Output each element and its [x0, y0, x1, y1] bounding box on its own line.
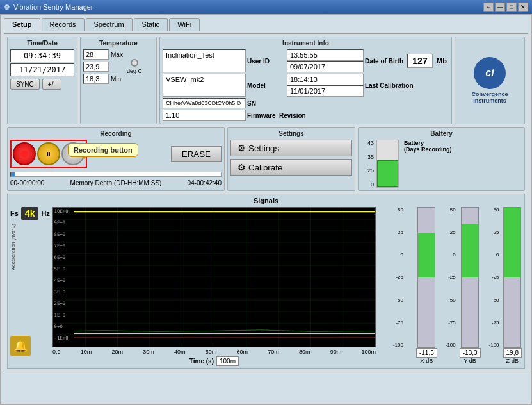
calibrate-icon: ⚙ [238, 162, 246, 172]
instrument-name: Inclination_Test [163, 49, 246, 72]
tab-wifi[interactable]: WiFi [169, 18, 200, 31]
close-button[interactable]: ✕ [518, 3, 528, 12]
settings-panel: Settings ⚙ Settings ⚙ Calibrate [227, 127, 355, 191]
x-axis-label: Time (s) [189, 358, 214, 365]
user-id-time: 13:55:55 [287, 49, 364, 61]
svg-text:10E+0: 10E+0 [54, 208, 68, 214]
app-icon: ⚙ [4, 3, 10, 12]
signal-icon: 🔔 [10, 336, 31, 356]
middle-row: Recording Recording button ⏸ [7, 127, 525, 191]
recording-title: Recording [10, 130, 222, 137]
recording-tooltip: Recording button [68, 143, 138, 157]
instrument-title: Instrument Info [163, 40, 449, 47]
time-date-title: Time/Date [10, 40, 74, 47]
temp-indicator [131, 59, 138, 67]
recording-panel: Recording Recording button ⏸ [7, 127, 225, 191]
svg-text:3E+0: 3E+0 [54, 289, 65, 295]
calibrate-button[interactable]: ⚙ Calibrate [230, 159, 352, 176]
tab-bar: Setup Records Spectrum Static WiFi [4, 18, 528, 31]
fs-value: 4k [21, 207, 39, 220]
sn-value: CHherVWa8d03CDtCY0h5ID [163, 98, 246, 108]
settings-title: Settings [230, 130, 352, 137]
battery-legend: Battery(Days Recording) [404, 140, 452, 153]
temperature-panel: Temperature Max Min [80, 37, 157, 124]
pause-button[interactable]: ⏸ [37, 142, 60, 165]
tab-setup[interactable]: Setup [4, 18, 40, 31]
progress-bar-container [10, 172, 222, 177]
time-display: 09:34:39 [10, 49, 74, 62]
last-cal-label: Last Calibration [365, 82, 414, 89]
setup-content: Time/Date 09:34:39 11/21/2017 SYNC +/- T… [4, 33, 528, 372]
user-id-label: User ID [247, 49, 286, 72]
title-bar: ⚙ Vibration Sentry Manager ← — □ ✕ [0, 0, 532, 14]
main-window: Setup Records Spectrum Static WiFi Time/… [0, 14, 532, 405]
svg-text:9E+0: 9E+0 [54, 220, 65, 226]
y-bar-chart: -13,3 Y-dB [460, 207, 481, 366]
signals-title: Signals [10, 197, 522, 204]
settings-button[interactable]: ⚙ Settings [230, 140, 352, 156]
maximize-button[interactable]: □ [506, 3, 517, 12]
logo-circle: ci [474, 57, 506, 89]
z-bar-chart: 19,8 Z-dB [503, 207, 522, 366]
z-db-label: Z-dB [506, 358, 519, 364]
svg-text:5E+0: 5E+0 [54, 266, 65, 272]
z-bar-fill [504, 207, 520, 277]
signals-panel: Signals Fs 4k Hz Acceleration (m/s^2) 🔔 [7, 194, 525, 369]
model-date: 11/01/2017 [287, 85, 364, 97]
y-bar-fill [462, 224, 478, 277]
gear-icon: ⚙ [238, 143, 246, 153]
sync-button[interactable]: SYNC [10, 79, 40, 90]
chart-left: Fs 4k Hz Acceleration (m/s^2) 🔔 [10, 207, 50, 366]
memory-label: Memory Depth (DD-HH:MM:SS) [70, 179, 162, 186]
logo-text: ConvergenceInstruments [471, 91, 508, 104]
memory-start: 00-00:00:00 [10, 179, 44, 186]
x-db-value: -11,5 [416, 348, 437, 358]
fs-row: Fs 4k Hz [10, 207, 50, 220]
svg-text:0+0: 0+0 [54, 324, 62, 329]
z-bar-container: 50250-25-50-75-100 [483, 207, 501, 366]
main-chart: 10E+0 9E+0 8E+0 7E+0 6E+0 5E+0 4E+0 3E+0… [52, 207, 376, 347]
app-title: Vibration Sentry Manager [13, 3, 93, 11]
x-axis: 0,010m20m30m40m 50m60m70m80m90m100m [52, 347, 376, 356]
tab-spectrum[interactable]: Spectrum [86, 18, 133, 31]
mb-label: Mb [437, 57, 447, 65]
svg-text:-1E+0: -1E+0 [54, 335, 68, 341]
tab-records[interactable]: Records [42, 18, 85, 31]
top-row: Time/Date 09:34:39 11/21/2017 SYNC +/- T… [7, 37, 525, 124]
svg-text:7E+0: 7E+0 [54, 243, 65, 249]
temp-min-input[interactable] [83, 74, 109, 84]
time-date-panel: Time/Date 09:34:39 11/21/2017 SYNC +/- [7, 37, 77, 124]
y-axis-label: Acceleration (m/s^2) [10, 224, 16, 270]
temp-max-label: Max [111, 51, 123, 58]
battery-fill [377, 160, 398, 187]
model-time: 18:14:13 [287, 74, 364, 85]
fs-label: Fs [10, 210, 19, 217]
record-button[interactable] [13, 142, 36, 165]
instrument-panel: Instrument Info Inclination_Test User ID… [159, 37, 452, 124]
model-name: VSEW_mk2 [163, 74, 246, 97]
svg-text:2E+0: 2E+0 [54, 301, 65, 306]
plus-minus-button[interactable]: +/- [42, 79, 61, 90]
x-axis-label-row: Time (s) 100m [52, 356, 376, 366]
x-bar-fill [418, 233, 435, 277]
svg-text:1E+0: 1E+0 [54, 312, 65, 318]
svg-text:8E+0: 8E+0 [54, 231, 65, 237]
model-label: Model [247, 74, 286, 97]
memory-row: 00-00:00:00 Memory Depth (DD-HH:MM:SS) 0… [10, 179, 222, 186]
temperature-title: Temperature [83, 40, 154, 47]
time-range-button[interactable]: 100m [216, 356, 239, 366]
minimize-button[interactable]: — [495, 3, 505, 12]
mb-value: 127 [407, 54, 433, 68]
chart-right: 50250-25-50-75-100 -11,5 X-dB 50250-25-5 [378, 207, 522, 366]
user-id-date: 09/07/2017 [287, 61, 364, 72]
temp-max-input[interactable] [83, 49, 109, 60]
erase-button[interactable]: ERASE [171, 146, 222, 162]
back-button[interactable]: ← [483, 3, 494, 12]
battery-title: Battery [361, 130, 522, 137]
temp-current-input[interactable] [83, 62, 109, 72]
svg-text:6E+0: 6E+0 [54, 254, 65, 260]
tab-static[interactable]: Static [134, 18, 168, 31]
signals-content: Fs 4k Hz Acceleration (m/s^2) 🔔 [10, 207, 522, 366]
date-display: 11/21/2017 [10, 63, 74, 76]
y-bar-container: 50250-25-50-75-100 [440, 207, 457, 366]
